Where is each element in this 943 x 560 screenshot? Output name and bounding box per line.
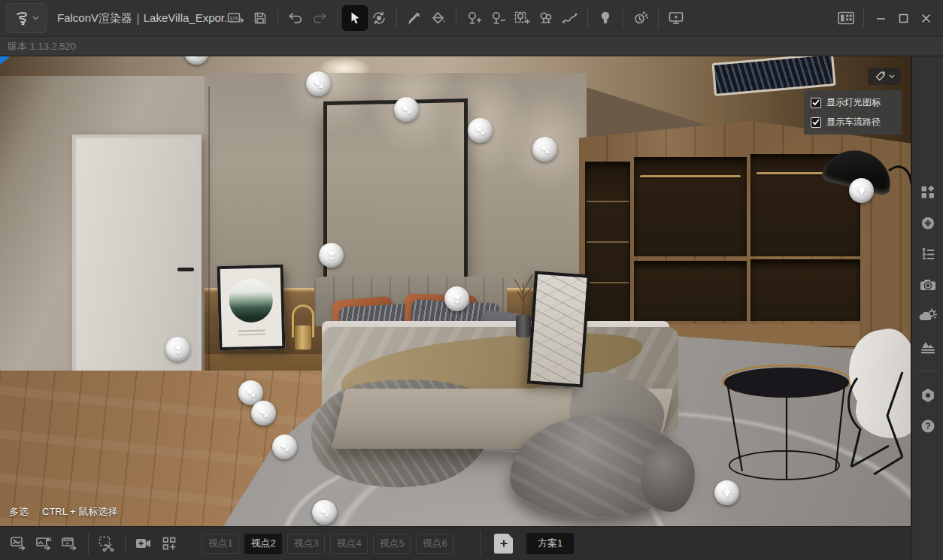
downlight-gizmo-icon[interactable] <box>165 337 190 362</box>
export-image-button[interactable] <box>6 531 32 556</box>
title-bar: FalconV渲染器｜LakeVilla_Expor... EXE <box>0 0 943 36</box>
plant-group-tool[interactable] <box>534 6 558 30</box>
svg-text:?: ? <box>925 421 930 431</box>
plan-button-1[interactable]: 方案1 <box>526 533 574 554</box>
spotlight-gizmo-icon[interactable] <box>306 71 331 96</box>
bottom-bar: AI <box>0 526 911 560</box>
app-window: FalconV渲染器｜LakeVilla_Expor... EXE <box>0 0 943 560</box>
sun-time-tool[interactable] <box>629 6 653 30</box>
crop-capture-button[interactable] <box>94 531 120 556</box>
viewpoint-button-5[interactable]: 视点5 <box>373 534 411 554</box>
minimize-button[interactable] <box>869 7 892 29</box>
add-viewpoint-button[interactable] <box>131 531 156 556</box>
eyedropper-tool[interactable] <box>402 6 426 30</box>
pointlight-gizmo-icon[interactable] <box>849 178 874 203</box>
spotlight-gizmo-icon[interactable] <box>394 97 419 122</box>
toolbar-separator <box>337 8 338 28</box>
spotlight-gizmo-icon[interactable] <box>468 118 493 143</box>
bottombar-separator <box>480 531 481 556</box>
bottombar-separator <box>125 533 126 554</box>
version-label: 版本 1.13.2.520 <box>8 40 76 53</box>
viewpoint-button-2[interactable]: 视点2 <box>244 534 282 554</box>
app-menu-button[interactable] <box>6 3 47 33</box>
close-button[interactable] <box>914 7 937 29</box>
remove-plant-tool[interactable] <box>486 6 510 30</box>
add-plant-area-tool[interactable] <box>510 6 534 30</box>
display-option-checkbox[interactable] <box>811 98 821 108</box>
camera-icon[interactable] <box>918 275 938 295</box>
toolbar-separator <box>396 8 397 28</box>
add-plant-tool[interactable] <box>462 6 486 30</box>
export-exe-icon[interactable]: EXE <box>224 6 248 30</box>
spotlight-gizmo-icon[interactable] <box>184 56 209 65</box>
light-tool[interactable] <box>593 6 617 30</box>
window-title: FalconV渲染器｜LakeVilla_Expor... <box>57 11 217 26</box>
add-plan-button[interactable] <box>494 534 513 554</box>
display-option-row[interactable]: 显示车流路径 <box>811 116 895 129</box>
spotlight-gizmo-icon[interactable] <box>532 137 557 162</box>
light-gizmo-layer <box>0 56 911 526</box>
toolbar-separator <box>587 8 588 28</box>
version-bar: 版本 1.13.2.520 <box>0 36 943 56</box>
chevron-down-icon <box>889 74 895 78</box>
toolbar-separator <box>456 8 456 28</box>
tag-icon <box>875 71 886 82</box>
settings-icon[interactable] <box>918 386 938 405</box>
export-ai-image-button[interactable]: AI <box>32 531 57 556</box>
toolbar-separator <box>658 8 659 28</box>
layout-icon[interactable] <box>834 6 858 30</box>
svg-text:AI: AI <box>47 537 52 542</box>
status-hint: 多选CTRL + 鼠标选择 <box>9 505 117 519</box>
assets-icon[interactable] <box>918 183 938 202</box>
display-option-label: 显示车流路径 <box>826 116 881 129</box>
viewpoint-button-group: 视点1视点2视点3视点4视点5视点6 <box>202 534 459 554</box>
chevron-down-icon <box>32 16 39 20</box>
viewpoint-button-1[interactable]: 视点1 <box>202 534 239 554</box>
grid-add-button[interactable] <box>156 531 182 556</box>
save-icon[interactable] <box>248 6 272 30</box>
render-viewport[interactable]: 显示灯光图标显示车流路径 多选CTRL + 鼠标选择 <box>0 56 911 526</box>
undo-icon[interactable] <box>284 6 308 30</box>
falconv-logo-icon <box>14 10 30 26</box>
viewpoint-button-4[interactable]: 视点4 <box>330 534 368 554</box>
toolbar-separator <box>623 8 623 28</box>
tag-menu-button[interactable] <box>868 68 901 85</box>
display-option-checkbox[interactable] <box>811 117 821 128</box>
weather-icon[interactable] <box>918 306 938 325</box>
sphere-add-icon[interactable] <box>918 213 938 233</box>
viewpoint-button-6[interactable]: 视点6 <box>416 534 453 554</box>
terrain-icon[interactable] <box>918 337 938 356</box>
status-hint-text: CTRL + 鼠标选择 <box>42 506 117 517</box>
plan-button-group: 方案1 <box>513 533 574 554</box>
spotlight-gizmo-icon[interactable] <box>272 434 297 459</box>
sidebar-separator <box>918 371 938 371</box>
downlight-gizmo-icon[interactable] <box>319 243 344 268</box>
toolbar-separator <box>277 8 278 28</box>
display-options-panel: 显示灯光图标显示车流路径 <box>804 90 902 135</box>
bottombar-separator <box>88 533 89 554</box>
paint-bucket-tool[interactable] <box>426 6 450 30</box>
help-icon[interactable]: ? <box>918 416 938 436</box>
spotlight-gizmo-icon[interactable] <box>251 401 276 425</box>
presentation-tool[interactable] <box>664 6 688 30</box>
spotlight-gizmo-icon[interactable] <box>312 500 337 525</box>
viewpoint-button-3[interactable]: 视点3 <box>287 534 325 554</box>
export-video-button[interactable] <box>57 531 83 556</box>
display-option-label: 显示灯光图标 <box>826 96 881 109</box>
scene-list-icon[interactable] <box>918 244 938 264</box>
maximize-button[interactable] <box>892 7 914 29</box>
orbit-tool[interactable] <box>367 6 391 30</box>
display-option-row[interactable]: 显示灯光图标 <box>811 96 895 109</box>
status-hint-prefix: 多选 <box>9 506 29 517</box>
toolbar-separator <box>863 8 864 28</box>
right-sidebar: ? <box>911 56 943 560</box>
select-tool[interactable] <box>343 6 367 30</box>
pointlight-gizmo-icon[interactable] <box>714 480 739 505</box>
draw-path-tool[interactable] <box>558 6 582 30</box>
downlight-gizmo-icon[interactable] <box>444 286 469 311</box>
redo-icon[interactable] <box>308 6 332 30</box>
svg-text:EXE: EXE <box>230 16 238 20</box>
workspace: 显示灯光图标显示车流路径 多选CTRL + 鼠标选择 <box>0 56 943 560</box>
